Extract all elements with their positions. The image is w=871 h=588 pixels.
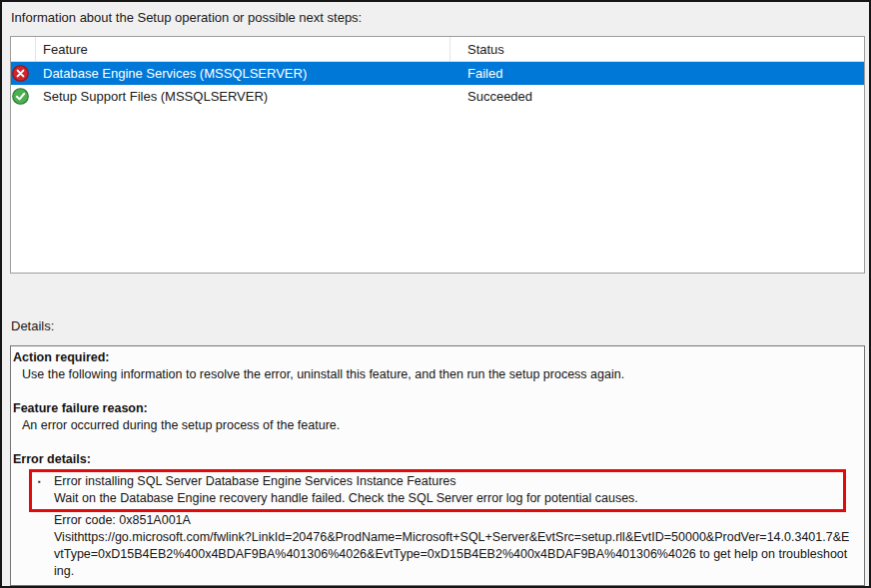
success-status-icon bbox=[12, 88, 29, 105]
header-icon-column[interactable] bbox=[11, 37, 36, 61]
feature-failure-reason-body: An error occurred during the setup proce… bbox=[13, 417, 856, 434]
status-cell: Succeeded bbox=[450, 89, 864, 104]
list-header: Feature Status bbox=[11, 37, 864, 62]
feature-cell: Database Engine Services (MSSQLSERVER) bbox=[36, 66, 450, 81]
error-status-icon bbox=[12, 65, 29, 82]
troubleshooting-link-text: Visithttps://go.microsoft.com/fwlink?Lin… bbox=[54, 529, 850, 580]
details-label: Details: bbox=[11, 318, 54, 333]
feature-failure-reason-heading: Feature failure reason: bbox=[13, 400, 856, 417]
action-required-heading: Action required: bbox=[13, 349, 856, 366]
feature-cell: Setup Support Files (MSSQLSERVER) bbox=[36, 89, 450, 104]
error-highlight-annotation: ▪ Error installing SQL Server Database E… bbox=[29, 469, 846, 512]
action-required-body: Use the following information to resolve… bbox=[13, 366, 856, 383]
header-status-column[interactable]: Status bbox=[450, 37, 864, 61]
feature-status-list: Feature Status Database Engine Services … bbox=[10, 36, 865, 274]
info-label: Information about the Setup operation or… bbox=[11, 10, 362, 25]
error-message-line-1: Error installing SQL Server Database Eng… bbox=[54, 473, 456, 490]
bullet-icon: ▪ bbox=[38, 473, 54, 490]
header-feature-column[interactable]: Feature bbox=[36, 37, 450, 61]
table-row[interactable]: Database Engine Services (MSSQLSERVER) F… bbox=[11, 62, 864, 85]
setup-result-dialog: Information about the Setup operation or… bbox=[0, 0, 871, 588]
status-cell: Failed bbox=[450, 66, 864, 81]
error-message-line-2: Wait on the Database Engine recovery han… bbox=[38, 490, 839, 507]
details-panel[interactable]: Action required: Use the following infor… bbox=[10, 345, 865, 586]
error-code: Error code: 0x851A001A bbox=[54, 512, 856, 529]
table-row[interactable]: Setup Support Files (MSSQLSERVER) Succee… bbox=[11, 85, 864, 108]
error-details-heading: Error details: bbox=[13, 451, 856, 468]
